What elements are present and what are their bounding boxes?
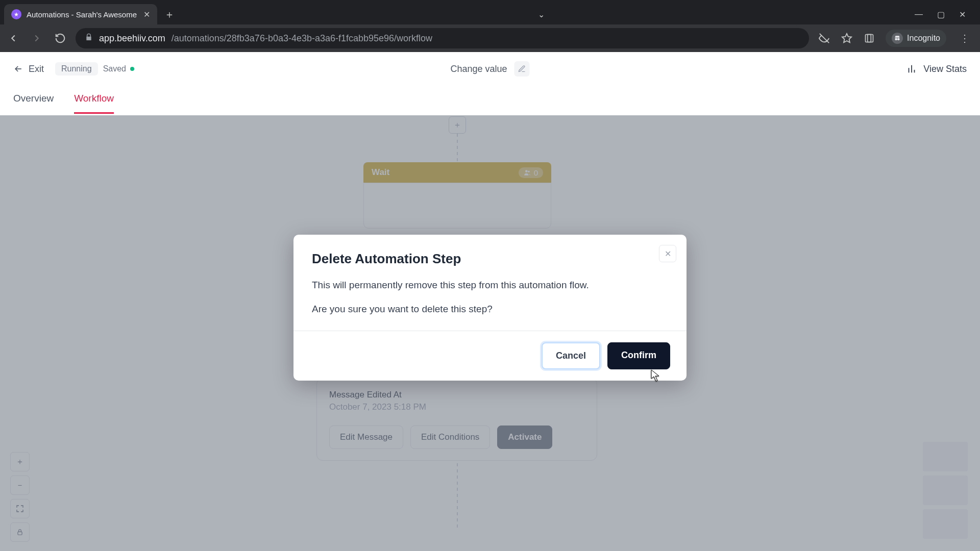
status-saved-badge: Saved bbox=[103, 64, 134, 73]
kebab-menu-icon[interactable]: ⋮ bbox=[957, 32, 973, 44]
incognito-label: Incognito bbox=[907, 34, 940, 43]
svg-rect-2 bbox=[866, 35, 873, 42]
status-running-badge: Running bbox=[55, 62, 98, 76]
browser-chrome: ★ Automations - Sarah's Awesome ✕ ＋ ⌄ ― … bbox=[0, 0, 980, 52]
app-root: Exit Running Saved Change value View Sta… bbox=[0, 52, 980, 551]
view-stats-label: View Stats bbox=[923, 64, 967, 74]
modal-close-button[interactable]: ✕ bbox=[659, 245, 676, 262]
url-field[interactable]: app.beehiiv.com/automations/28fb3a76-b0a… bbox=[76, 28, 809, 48]
chevron-down-icon[interactable]: ⌄ bbox=[538, 10, 545, 19]
svg-rect-3 bbox=[868, 35, 871, 42]
close-window-icon[interactable]: ✕ bbox=[959, 10, 966, 19]
tab-bar: ★ Automations - Sarah's Awesome ✕ ＋ ⌄ ― … bbox=[0, 0, 980, 24]
exit-label: Exit bbox=[29, 64, 44, 74]
view-stats-button[interactable]: View Stats bbox=[906, 63, 967, 74]
tabs-row: Overview Workflow bbox=[0, 86, 980, 115]
arrow-left-icon bbox=[13, 64, 23, 74]
window-controls: ― ▢ ✕ bbox=[915, 10, 976, 19]
page-title-group: Change value bbox=[450, 61, 529, 77]
url-host: app.beehiiv.com bbox=[99, 33, 165, 44]
modal-footer: Cancel Confirm bbox=[293, 331, 687, 381]
confirm-button[interactable]: Confirm bbox=[607, 342, 670, 369]
exit-button[interactable]: Exit bbox=[13, 64, 44, 74]
tab-workflow[interactable]: Workflow bbox=[74, 93, 114, 114]
modal-text-1: This will permanently remove this step f… bbox=[312, 278, 668, 293]
incognito-icon bbox=[892, 33, 903, 44]
edit-title-button[interactable] bbox=[514, 61, 530, 77]
forward-icon[interactable] bbox=[31, 32, 43, 44]
page-title: Change value bbox=[450, 64, 507, 74]
app-header: Exit Running Saved Change value View Sta… bbox=[0, 52, 980, 86]
delete-step-modal: ✕ Delete Automation Step This will perma… bbox=[293, 235, 687, 381]
tab-title: Automations - Sarah's Awesome bbox=[27, 10, 137, 19]
maximize-icon[interactable]: ▢ bbox=[937, 10, 945, 19]
back-icon[interactable] bbox=[7, 32, 19, 44]
tab-overview[interactable]: Overview bbox=[13, 93, 54, 112]
saved-dot-icon bbox=[130, 67, 134, 71]
cancel-button[interactable]: Cancel bbox=[542, 342, 600, 369]
modal-text-2: Are you sure you want to delete this ste… bbox=[312, 302, 668, 317]
url-path: /automations/28fb3a76-b0a3-4e3b-a3a6-f1f… bbox=[172, 33, 432, 44]
reload-icon[interactable] bbox=[54, 32, 66, 44]
modal-title: Delete Automation Step bbox=[312, 251, 668, 267]
browser-tab[interactable]: ★ Automations - Sarah's Awesome ✕ bbox=[4, 4, 157, 24]
svg-point-4 bbox=[895, 38, 897, 40]
nav-icons bbox=[7, 32, 66, 44]
bar-chart-icon bbox=[906, 63, 917, 74]
eye-off-icon[interactable] bbox=[818, 32, 830, 44]
status-saved-label: Saved bbox=[103, 64, 126, 73]
star-icon[interactable] bbox=[841, 32, 853, 44]
incognito-badge[interactable]: Incognito bbox=[886, 30, 946, 47]
new-tab-button[interactable]: ＋ bbox=[161, 6, 178, 22]
addr-right-icons: Incognito ⋮ bbox=[818, 30, 973, 47]
pencil-icon bbox=[518, 65, 526, 73]
extension-icon[interactable] bbox=[863, 32, 875, 44]
close-icon[interactable]: ✕ bbox=[143, 10, 150, 19]
lock-icon bbox=[85, 33, 93, 44]
tab-favicon: ★ bbox=[11, 9, 21, 19]
modal-body: Delete Automation Step This will permane… bbox=[293, 235, 687, 331]
minimize-icon[interactable]: ― bbox=[915, 10, 923, 19]
svg-marker-1 bbox=[842, 34, 851, 42]
workflow-canvas[interactable]: ＋ Wait 0 Message Edited At October 7, 20… bbox=[0, 115, 980, 551]
address-bar: app.beehiiv.com/automations/28fb3a76-b0a… bbox=[0, 24, 980, 52]
svg-point-5 bbox=[897, 38, 900, 40]
